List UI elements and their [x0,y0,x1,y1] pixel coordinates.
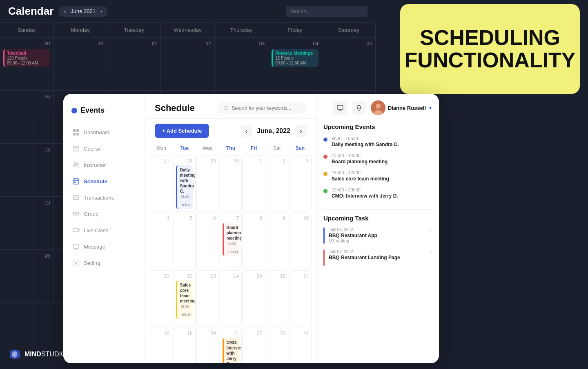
dark-cal-search[interactable] [286,6,368,17]
dark-day-04: 04Finance Meetings12 People09:00 - 12:00… [268,38,322,91]
upcoming-events-title: Upcoming Events [323,123,432,130]
sidebar-item-instructor[interactable]: Instructor [67,157,140,173]
dark-cal-nav[interactable]: ‹ June 2021 › [58,6,108,17]
dark-col-tue: Tuesday [107,23,161,38]
cal-cell-18: 18 [150,328,172,363]
chat-icon [337,104,343,111]
sidebar-label-group: Group [84,211,98,217]
month-label: June, 2022 [257,127,290,135]
event-dot-3 [323,172,327,176]
dashboard-icon [72,129,80,136]
event-time-3: 15h00 - 17h30 [332,170,389,175]
event-time-4: 19h00 - 20h00 [332,187,398,192]
wh-fri: Fri [242,143,265,153]
search-input[interactable] [232,105,300,111]
schedule-panel: Events Dashboard Course [63,94,439,363]
svg-point-5 [74,162,76,165]
cal-cell-15: 15 [243,270,265,327]
dark-day-01: 01 [107,38,161,91]
event-title-4: CMO: Interview with Jerry D. [332,193,398,199]
dark-cal-prev-btn[interactable]: ‹ [62,8,67,15]
cal-cell-23: 23 [266,328,288,363]
yellow-feature-card: SCHEDULING FUNCTIONALITY [400,4,580,94]
sidebar-label-liveclass: Live Class [84,227,108,233]
schedule-icon [72,178,80,185]
svg-rect-8 [74,182,76,183]
dark-day-03: 03 [215,38,268,91]
right-panel: Dianne Russell ▼ Upcoming Events 9h30 - … [316,94,439,363]
task-sub-1: UX writing [329,238,377,243]
prev-month-button[interactable]: ‹ [241,125,252,137]
rp-user-info[interactable]: Dianne Russell ▼ [371,100,432,115]
cal-cell-4: 4 [150,213,172,269]
next-month-button[interactable]: › [295,125,307,137]
sidebar-nav: Dashboard Course Instructor [63,124,145,271]
cal-cell-28: 28 Daily meeting with Sandra C. 9h30 - 1… [173,155,196,212]
sidebar-label-setting: Setting [84,260,100,266]
dark-col-fri: Friday [268,23,322,38]
event-dot-2 [323,155,327,159]
bell-button[interactable] [352,101,366,115]
sidebar-item-schedule[interactable]: Schedule [67,173,140,189]
dark-cal-next-btn[interactable]: › [99,8,104,15]
task-item-1: July 01, 2022 BBQ Restaurant App UX writ… [323,227,432,244]
cal-body: 27 28 Daily meeting with Sandra C. 9h30 … [150,155,312,363]
svg-rect-0 [73,129,76,132]
task-bar-2 [323,249,325,266]
sidebar-item-course[interactable]: Course [67,141,140,156]
cal-cell-10: 10 [289,213,312,269]
month-nav: ‹ June, 2022 › [241,125,307,137]
dark-day-30: 30Townhall129 People09:00 - 12:00 AM [0,38,53,91]
wh-thu: Thu [219,143,243,153]
event-sales-team[interactable]: Sales core team meeting 9h30 - 10h30 [176,280,193,319]
search-icon [223,105,228,111]
event-item-2: 12h30 - 14h30 Board planning meeting [323,153,432,164]
task-more-1[interactable]: ··· [428,227,432,233]
transactions-icon [72,194,80,201]
chat-button[interactable] [333,101,347,115]
search-bar[interactable] [217,102,307,114]
dark-col-mon: Monday [53,23,107,38]
sidebar-item-liveclass[interactable]: Live Class [67,222,140,238]
dark-col-sat: Saturday [322,23,376,38]
task-title-2: BBQ Restaurant Landing Page [329,255,400,260]
sidebar-item-transactions[interactable]: Transactions [67,190,140,205]
sidebar-item-dashboard[interactable]: Dashboard [67,124,140,140]
group-icon [72,210,80,218]
sidebar-label-transactions: Transactions [84,195,114,201]
sidebar-item-setting[interactable]: Setting [67,255,140,271]
sidebar-item-group[interactable]: Group [67,206,140,222]
sidebar-brand-name: Events [80,106,105,115]
cal-cell-20: 20 [196,328,219,363]
mindstudios-logo: MINDSTUDIOS [8,348,70,361]
upcoming-tasks-section: Upcoming Task July 01, 2022 BBQ Restaura… [317,210,439,276]
svg-rect-9 [73,196,79,200]
rp-username: Dianne Russell [388,105,426,111]
cal-cell-24: 24 [289,328,312,363]
bell-icon [356,104,362,111]
dark-day-06: 06 [0,91,53,144]
event-board-planning[interactable]: Board planning meeting 9h30 - 10h30 [223,223,239,256]
event-item-3: 15h00 - 17h30 Sales core team meeting [323,170,432,182]
svg-point-11 [77,212,79,214]
task-more-2[interactable]: ··· [428,249,432,255]
add-schedule-button[interactable]: + Add Schedule [155,124,209,138]
cal-cell-3: 3 [289,155,312,212]
user-dropdown-icon[interactable]: ▼ [428,106,432,110]
event-cmo-interview[interactable]: CMO: Interview with Jerry D. 9h30 - 10h3… [223,338,239,363]
dark-cal-title: Calendar [8,5,53,18]
cal-nav-row: + Add Schedule ‹ June, 2022 › [145,119,316,143]
sidebar-item-message[interactable]: Message [67,239,140,254]
cal-cell-21: 21 CMO: Interview with Jerry D. 9h30 - 1… [220,328,242,363]
svg-rect-1 [76,129,79,132]
yellow-card-title: SCHEDULING FUNCTIONALITY [405,27,576,71]
dark-day-19: 19 [0,197,53,250]
event-item-4: 19h00 - 20h00 CMO: Interview with Jerry … [323,187,432,199]
svg-rect-20 [337,105,343,109]
liveclass-icon [72,227,80,234]
event-item-1: 9h30 - 10h30 Daily meeting with Sandra C… [323,136,432,147]
event-daily-meeting[interactable]: Daily meeting with Sandra C. 9h30 - 10h3… [176,165,193,209]
upcoming-tasks-title: Upcoming Task [323,215,432,222]
cal-cell-11: 11 [150,270,172,327]
svg-rect-4 [73,146,79,151]
